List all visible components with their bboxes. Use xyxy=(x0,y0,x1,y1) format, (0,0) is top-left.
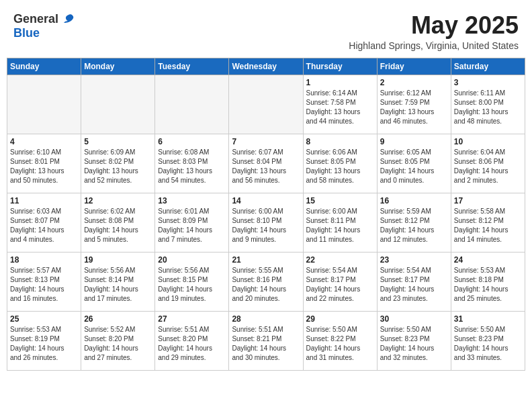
calendar-header-row: Sunday Monday Tuesday Wednesday Thursday… xyxy=(7,58,525,75)
calendar-cell: 22Sunrise: 5:54 AM Sunset: 8:17 PM Dayli… xyxy=(303,252,377,311)
calendar-cell xyxy=(155,75,229,134)
day-number: 14 xyxy=(232,196,300,205)
day-number: 12 xyxy=(84,196,152,205)
day-number: 24 xyxy=(454,255,522,265)
day-info: Sunrise: 5:50 AM Sunset: 8:23 PM Dayligh… xyxy=(454,325,522,363)
calendar-cell: 11Sunrise: 6:03 AM Sunset: 8:07 PM Dayli… xyxy=(7,193,81,252)
day-number: 22 xyxy=(306,255,374,265)
day-info: Sunrise: 5:58 AM Sunset: 8:12 PM Dayligh… xyxy=(454,207,522,244)
day-number: 15 xyxy=(306,196,374,205)
title-month-year: May 2025 xyxy=(349,12,519,39)
calendar-week-row-2: 4Sunrise: 6:10 AM Sunset: 8:01 PM Daylig… xyxy=(7,134,525,193)
calendar-cell xyxy=(229,75,303,134)
day-number: 1 xyxy=(306,78,374,87)
calendar-cell: 25Sunrise: 5:53 AM Sunset: 8:19 PM Dayli… xyxy=(7,311,81,370)
calendar-cell: 20Sunrise: 5:56 AM Sunset: 8:15 PM Dayli… xyxy=(155,252,229,311)
day-number: 16 xyxy=(380,196,448,205)
day-info: Sunrise: 5:59 AM Sunset: 8:12 PM Dayligh… xyxy=(380,207,448,244)
header-monday: Monday xyxy=(81,58,155,75)
logo-general: General xyxy=(13,12,58,26)
calendar-cell: 3Sunrise: 6:11 AM Sunset: 8:00 PM Daylig… xyxy=(451,75,525,134)
day-number: 23 xyxy=(380,255,448,265)
calendar-cell xyxy=(81,75,155,134)
day-info: Sunrise: 6:04 AM Sunset: 8:06 PM Dayligh… xyxy=(454,148,522,185)
calendar-cell: 10Sunrise: 6:04 AM Sunset: 8:06 PM Dayli… xyxy=(451,134,525,193)
day-info: Sunrise: 5:57 AM Sunset: 8:13 PM Dayligh… xyxy=(10,266,78,304)
day-info: Sunrise: 5:54 AM Sunset: 8:17 PM Dayligh… xyxy=(306,266,374,304)
day-info: Sunrise: 6:14 AM Sunset: 7:58 PM Dayligh… xyxy=(306,89,374,126)
header-tuesday: Tuesday xyxy=(155,58,229,75)
day-info: Sunrise: 6:00 AM Sunset: 8:11 PM Dayligh… xyxy=(306,207,374,244)
day-info: Sunrise: 5:53 AM Sunset: 8:18 PM Dayligh… xyxy=(454,266,522,304)
calendar-cell: 8Sunrise: 6:06 AM Sunset: 8:05 PM Daylig… xyxy=(303,134,377,193)
day-info: Sunrise: 5:51 AM Sunset: 8:21 PM Dayligh… xyxy=(232,325,300,363)
calendar-cell: 17Sunrise: 5:58 AM Sunset: 8:12 PM Dayli… xyxy=(451,193,525,252)
day-number: 25 xyxy=(10,314,78,324)
day-info: Sunrise: 6:08 AM Sunset: 8:03 PM Dayligh… xyxy=(158,148,226,185)
calendar-cell: 15Sunrise: 6:00 AM Sunset: 8:11 PM Dayli… xyxy=(303,193,377,252)
day-number: 13 xyxy=(158,196,226,205)
logo: General Blue xyxy=(13,12,75,40)
calendar-cell: 7Sunrise: 6:07 AM Sunset: 8:04 PM Daylig… xyxy=(229,134,303,193)
calendar-week-row-4: 18Sunrise: 5:57 AM Sunset: 8:13 PM Dayli… xyxy=(7,252,525,311)
calendar-cell: 2Sunrise: 6:12 AM Sunset: 7:59 PM Daylig… xyxy=(377,75,451,134)
day-number: 8 xyxy=(306,137,374,146)
calendar-cell: 30Sunrise: 5:50 AM Sunset: 8:23 PM Dayli… xyxy=(377,311,451,370)
day-number: 18 xyxy=(10,255,78,265)
day-number: 29 xyxy=(306,314,374,324)
day-info: Sunrise: 6:06 AM Sunset: 8:05 PM Dayligh… xyxy=(306,148,374,185)
day-info: Sunrise: 5:54 AM Sunset: 8:17 PM Dayligh… xyxy=(380,266,448,304)
logo-blue: Blue xyxy=(13,26,75,40)
day-number: 26 xyxy=(84,314,152,324)
day-info: Sunrise: 5:56 AM Sunset: 8:15 PM Dayligh… xyxy=(158,266,226,304)
calendar-cell: 24Sunrise: 5:53 AM Sunset: 8:18 PM Dayli… xyxy=(451,252,525,311)
day-info: Sunrise: 6:00 AM Sunset: 8:10 PM Dayligh… xyxy=(232,207,300,244)
calendar-cell: 14Sunrise: 6:00 AM Sunset: 8:10 PM Dayli… xyxy=(229,193,303,252)
day-info: Sunrise: 6:05 AM Sunset: 8:05 PM Dayligh… xyxy=(380,148,448,185)
calendar-table: Sunday Monday Tuesday Wednesday Thursday… xyxy=(7,58,525,371)
day-info: Sunrise: 5:50 AM Sunset: 8:23 PM Dayligh… xyxy=(380,325,448,363)
day-info: Sunrise: 5:53 AM Sunset: 8:19 PM Dayligh… xyxy=(10,325,78,363)
calendar-cell: 5Sunrise: 6:09 AM Sunset: 8:02 PM Daylig… xyxy=(81,134,155,193)
day-info: Sunrise: 5:56 AM Sunset: 8:14 PM Dayligh… xyxy=(84,266,152,304)
calendar-cell: 16Sunrise: 5:59 AM Sunset: 8:12 PM Dayli… xyxy=(377,193,451,252)
day-number: 5 xyxy=(84,137,152,146)
calendar-cell: 31Sunrise: 5:50 AM Sunset: 8:23 PM Dayli… xyxy=(451,311,525,370)
day-number: 6 xyxy=(158,137,226,146)
day-number: 11 xyxy=(10,196,78,205)
calendar-cell: 29Sunrise: 5:50 AM Sunset: 8:22 PM Dayli… xyxy=(303,311,377,370)
day-info: Sunrise: 5:52 AM Sunset: 8:20 PM Dayligh… xyxy=(84,325,152,363)
calendar-week-row-5: 25Sunrise: 5:53 AM Sunset: 8:19 PM Dayli… xyxy=(7,311,525,370)
calendar-cell: 1Sunrise: 6:14 AM Sunset: 7:58 PM Daylig… xyxy=(303,75,377,134)
day-info: Sunrise: 6:07 AM Sunset: 8:04 PM Dayligh… xyxy=(232,148,300,185)
day-number: 10 xyxy=(454,137,522,146)
calendar-cell: 4Sunrise: 6:10 AM Sunset: 8:01 PM Daylig… xyxy=(7,134,81,193)
day-number: 27 xyxy=(158,314,226,324)
header-saturday: Saturday xyxy=(451,58,525,75)
calendar-cell: 18Sunrise: 5:57 AM Sunset: 8:13 PM Dayli… xyxy=(7,252,81,311)
header-wednesday: Wednesday xyxy=(229,58,303,75)
day-info: Sunrise: 6:12 AM Sunset: 7:59 PM Dayligh… xyxy=(380,89,448,126)
title-area: May 2025 Highland Springs, Virginia, Uni… xyxy=(349,12,519,51)
calendar-cell: 21Sunrise: 5:55 AM Sunset: 8:16 PM Dayli… xyxy=(229,252,303,311)
day-number: 4 xyxy=(10,137,78,146)
day-info: Sunrise: 6:09 AM Sunset: 8:02 PM Dayligh… xyxy=(84,148,152,185)
calendar-cell: 23Sunrise: 5:54 AM Sunset: 8:17 PM Dayli… xyxy=(377,252,451,311)
header-friday: Friday xyxy=(377,58,451,75)
day-info: Sunrise: 6:01 AM Sunset: 8:09 PM Dayligh… xyxy=(158,207,226,244)
calendar-cell: 12Sunrise: 6:02 AM Sunset: 8:08 PM Dayli… xyxy=(81,193,155,252)
logo-bird-icon xyxy=(60,13,75,26)
day-info: Sunrise: 5:55 AM Sunset: 8:16 PM Dayligh… xyxy=(232,266,300,304)
day-number: 9 xyxy=(380,137,448,146)
day-number: 30 xyxy=(380,314,448,324)
day-info: Sunrise: 6:02 AM Sunset: 8:08 PM Dayligh… xyxy=(84,207,152,244)
day-number: 2 xyxy=(380,78,448,87)
header: General Blue May 2025 Highland Springs, … xyxy=(7,7,525,54)
title-location: Highland Springs, Virginia, United State… xyxy=(349,40,519,51)
day-number: 3 xyxy=(454,78,522,87)
calendar-cell: 19Sunrise: 5:56 AM Sunset: 8:14 PM Dayli… xyxy=(81,252,155,311)
day-info: Sunrise: 5:50 AM Sunset: 8:22 PM Dayligh… xyxy=(306,325,374,363)
header-thursday: Thursday xyxy=(303,58,377,75)
calendar-cell xyxy=(7,75,81,134)
header-sunday: Sunday xyxy=(7,58,81,75)
